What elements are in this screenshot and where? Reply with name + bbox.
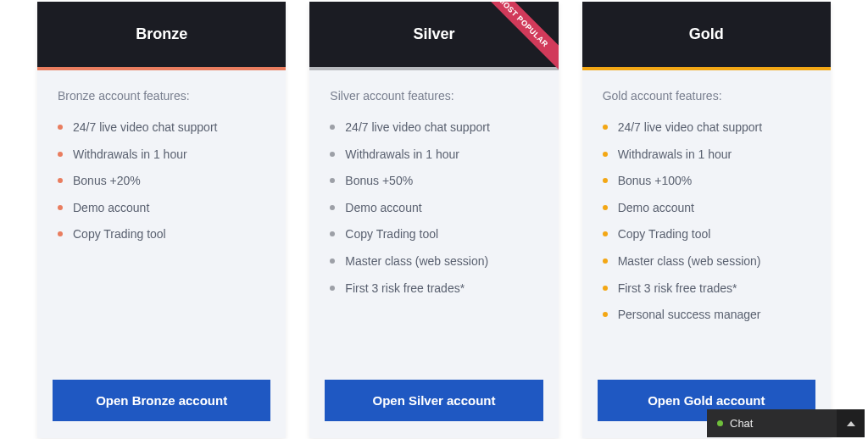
list-item: Personal success manager [603, 302, 810, 329]
list-item: Withdrawals in 1 hour [603, 142, 810, 169]
open-bronze-account-button[interactable]: Open Bronze account [53, 380, 270, 421]
list-item: Bonus +50% [330, 168, 537, 195]
features-list-bronze: 24/7 live video chat support Withdrawals… [58, 114, 265, 248]
list-item: 24/7 live video chat support [603, 114, 810, 142]
list-item: Withdrawals in 1 hour [330, 142, 537, 169]
list-item: Master class (web session) [603, 248, 810, 275]
plan-card-bronze: Bronze Bronze account features: 24/7 liv… [37, 2, 286, 438]
list-item: Copy Trading tool [58, 221, 265, 248]
list-item: Copy Trading tool [330, 221, 537, 248]
list-item: Bonus +20% [58, 168, 265, 195]
features-list-silver: 24/7 live video chat support Withdrawals… [330, 114, 537, 302]
chat-widget[interactable]: Chat [707, 409, 865, 437]
list-item: 24/7 live video chat support [330, 114, 537, 142]
list-item: Demo account [603, 195, 810, 222]
plan-card-silver: MOST POPULAR Silver Silver account featu… [309, 2, 558, 438]
status-online-icon [717, 420, 723, 426]
plan-footer-silver: Open Silver account [309, 380, 558, 438]
plan-footer-bronze: Open Bronze account [37, 380, 286, 438]
list-item: Withdrawals in 1 hour [58, 142, 265, 169]
list-item: First 3 risk free trades* [330, 275, 537, 303]
list-item: Bonus +100% [603, 168, 810, 195]
pricing-cards-row: Bronze Bronze account features: 24/7 liv… [0, 0, 868, 438]
chat-label: Chat [730, 417, 753, 430]
features-title-bronze: Bronze account features: [58, 89, 265, 103]
plan-title-gold: Gold [582, 2, 831, 67]
list-item: First 3 risk free trades* [603, 275, 810, 303]
list-item: Master class (web session) [330, 248, 537, 275]
list-item: 24/7 live video chat support [58, 114, 265, 142]
plan-body-silver: Silver account features: 24/7 live video… [309, 70, 558, 380]
plan-body-bronze: Bronze account features: 24/7 live video… [37, 70, 286, 380]
features-title-gold: Gold account features: [603, 89, 810, 103]
chat-label-area[interactable]: Chat [707, 417, 837, 430]
list-item: Demo account [330, 195, 537, 222]
plan-body-gold: Gold account features: 24/7 live video c… [582, 70, 831, 380]
plan-title-bronze: Bronze [37, 2, 286, 67]
open-silver-account-button[interactable]: Open Silver account [325, 380, 542, 421]
features-list-gold: 24/7 live video chat support Withdrawals… [603, 114, 810, 329]
features-title-silver: Silver account features: [330, 89, 537, 103]
list-item: Copy Trading tool [603, 221, 810, 248]
plan-card-gold: Gold Gold account features: 24/7 live vi… [582, 2, 831, 438]
chat-toggle-button[interactable] [837, 409, 865, 437]
list-item: Demo account [58, 195, 265, 222]
chevron-up-icon [847, 421, 855, 426]
